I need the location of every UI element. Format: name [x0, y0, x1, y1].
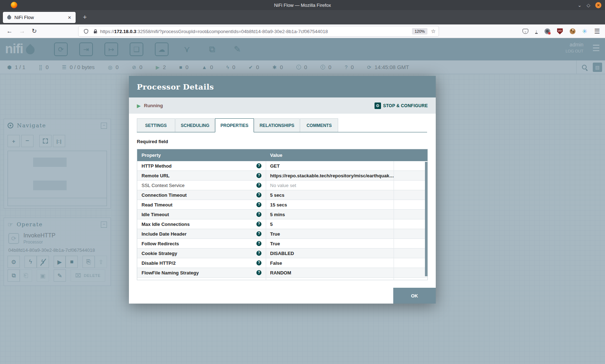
dialog-tab[interactable]: SCHEDULING — [175, 118, 215, 132]
help-icon[interactable]: ? — [256, 163, 261, 168]
help-icon[interactable]: ? — [256, 251, 261, 256]
help-icon[interactable]: ? — [256, 192, 261, 197]
downloads-icon[interactable]: ↓ — [535, 29, 538, 34]
window-titlebar: NiFi Flow — Mozilla Firefox ⌄ ◇ ✕ — [0, 0, 605, 10]
nifi-favicon — [6, 15, 12, 21]
dialog-tab[interactable]: PROPERTIES — [215, 118, 254, 132]
reload-button[interactable]: ↻ — [32, 27, 37, 35]
help-icon[interactable]: ? — [256, 183, 261, 188]
new-tab-button[interactable]: + — [80, 13, 90, 21]
pocket-icon[interactable]: ⌄ — [523, 29, 528, 34]
property-row[interactable]: Idle Timeout ? 5 mins — [137, 210, 427, 219]
property-row[interactable]: Read Timeout ? 15 secs — [137, 200, 427, 210]
properties-table: Property Value HTTP Method ? G — [137, 149, 428, 280]
properties-table-body: HTTP Method ? GET Remote URL ? https://r… — [137, 161, 427, 280]
back-button[interactable]: ← — [6, 28, 13, 35]
dialog-status-bar: ▶ Running ⚙ STOP & CONFIGURE — [129, 97, 436, 114]
running-status-label: Running — [144, 103, 163, 108]
window-close-button[interactable]: ✕ — [595, 2, 601, 8]
property-row[interactable]: Cookie Strategy ? DISABLED — [137, 249, 427, 258]
dialog-header: Processor Details — [129, 76, 436, 97]
column-divider — [266, 161, 266, 280]
dialog-tab[interactable]: RELATIONSHIPS — [254, 118, 300, 132]
help-icon[interactable]: ? — [256, 202, 261, 207]
help-icon[interactable]: ? — [256, 260, 261, 265]
bookmark-star-icon[interactable]: ☆ — [431, 28, 436, 35]
lock-icon[interactable] — [93, 29, 98, 34]
privacy-badger-icon[interactable] — [544, 28, 550, 34]
nifi-page: nifi ⟳ ⇥ ↦ ❑ — [0, 38, 605, 364]
gear-icon: ⚙ — [375, 103, 381, 109]
firefox-logo-icon — [11, 2, 17, 8]
browser-toolbar: ← → ↻ https://172.18.0.3:32558/nifi/?pro… — [0, 24, 605, 38]
browser-tab[interactable]: NiFi Flow ✕ — [3, 12, 76, 23]
help-icon[interactable]: ? — [256, 222, 261, 227]
app-menu-icon[interactable]: ☰ — [594, 27, 600, 35]
window-shade-icon[interactable]: ⌄ — [578, 3, 582, 8]
help-icon[interactable]: ? — [256, 270, 261, 275]
dialog-title: Processor Details — [137, 82, 214, 91]
property-row[interactable]: Remote URL ? https://repo.stackable.tech… — [137, 171, 427, 181]
properties-table-header: Property Value — [137, 149, 427, 161]
property-row[interactable]: Include Date Header ? True — [137, 229, 427, 239]
stop-and-configure-button[interactable]: ⚙ STOP & CONFIGURE — [375, 103, 428, 109]
property-row[interactable]: SSL Context Service ? No value set — [137, 181, 427, 190]
help-icon[interactable]: ? — [256, 241, 261, 246]
property-row[interactable]: Request Username ? No value set — [137, 278, 427, 280]
dialog-tabs: SETTINGS SCHEDULING PROPERTIES RELATIONS… — [137, 118, 339, 132]
shield-icon[interactable] — [84, 28, 89, 34]
cookie-extension-icon[interactable] — [570, 28, 575, 34]
help-icon[interactable]: ? — [256, 212, 261, 217]
tab-close-icon[interactable]: ✕ — [66, 14, 73, 21]
help-icon[interactable]: ? — [256, 231, 261, 236]
property-row[interactable]: FlowFile Naming Strategy ? RANDOM — [137, 268, 427, 278]
property-row[interactable]: Max Idle Connections ? 5 — [137, 219, 427, 229]
dialog-tab[interactable]: COMMENTS — [300, 118, 338, 132]
property-row[interactable]: Disable HTTP/2 ? False — [137, 258, 427, 268]
table-scrollbar[interactable] — [425, 162, 427, 276]
property-row[interactable]: Follow Redirects ? True — [137, 239, 427, 249]
column-divider — [394, 161, 394, 280]
browser-tab-bar: NiFi Flow ✕ + — [0, 10, 605, 24]
window-float-icon[interactable]: ◇ — [587, 3, 590, 8]
running-status-icon: ▶ — [137, 103, 141, 109]
processor-details-dialog: Processor Details ▶ Running ⚙ STOP & CON… — [129, 76, 436, 304]
property-row[interactable]: Connection Timeout ? 5 secs — [137, 190, 427, 200]
property-row[interactable]: HTTP Method ? GET — [137, 161, 427, 171]
extension-asterisk-icon[interactable]: ✳ — [582, 28, 587, 35]
page-zoom-badge[interactable]: 120% — [412, 28, 427, 35]
window-title: NiFi Flow — Mozilla Firefox — [0, 3, 605, 8]
help-icon[interactable]: ? — [256, 173, 261, 178]
ublock-origin-icon[interactable]: UO — [557, 28, 563, 35]
value-column-header: Value — [266, 153, 282, 158]
dialog-tab[interactable]: SETTINGS — [137, 118, 175, 132]
tab-title: NiFi Flow — [14, 15, 66, 20]
ok-button[interactable]: OK — [393, 288, 436, 304]
required-field-label: Required field — [137, 139, 168, 144]
property-column-header: Property — [137, 153, 266, 158]
url-bar[interactable]: https://172.18.0.3:32558/nifi/?processGr… — [79, 26, 439, 36]
forward-button[interactable]: → — [19, 28, 25, 35]
url-text[interactable]: https://172.18.0.3:32558/nifi/?processGr… — [100, 29, 412, 34]
